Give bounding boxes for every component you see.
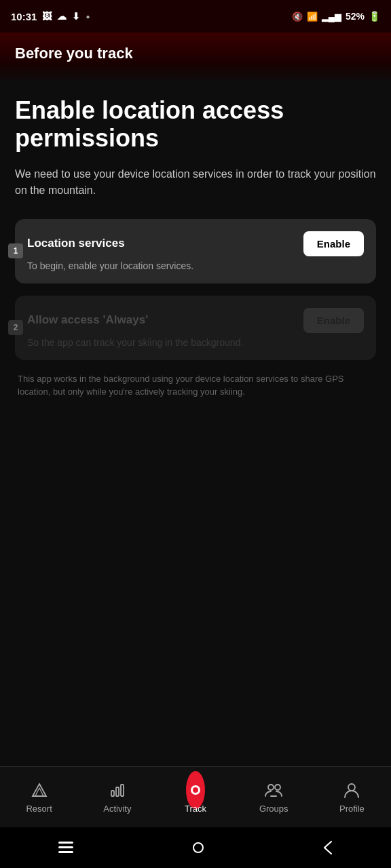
card-1-title: Location services [27,237,303,250]
back-button[interactable] [323,840,333,855]
dot-icon: ● [86,13,90,20]
svg-marker-0 [33,784,46,796]
enable-description: We need to use your device location serv… [15,166,376,199]
svg-rect-12 [58,851,73,853]
groups-label: Groups [259,804,288,814]
header-title: Before you track [15,45,376,62]
wifi-icon: 📶 [307,12,318,22]
nav-item-profile[interactable]: Profile [313,781,391,814]
nav-item-groups[interactable]: Groups [235,781,313,814]
signal-icon: ▂▄▆ [322,12,341,22]
enable-title: Enable location access permissions [15,96,376,153]
nav-item-track[interactable]: Track [156,781,234,814]
location-services-card: 1 Location services Enable To begin, ena… [15,219,376,283]
card-1-subtitle: To begin, enable your location services. [27,260,364,271]
groups-icon [264,781,283,800]
header: Before you track [0,33,391,83]
status-right-icons: 🔇 📶 ▂▄▆ 52% 🔋 [292,11,380,22]
svg-rect-3 [116,787,119,796]
card-2-subtitle: So the app can track your skiing in the … [27,337,364,348]
resort-icon [30,781,49,800]
track-label: Track [185,804,206,814]
enable-location-button[interactable]: Enable [303,231,364,256]
svg-rect-10 [58,842,73,844]
download-icon: ⬇ [72,11,80,22]
card-2-header: Allow access 'Always' Enable [27,308,364,333]
svg-rect-4 [121,785,124,796]
enable-always-button: Enable [303,308,364,333]
activity-icon [108,781,127,800]
footer-note: This app works in the background using y… [15,372,376,399]
battery-display: 52% [346,11,365,22]
menu-button[interactable] [58,842,73,854]
step-1-badge: 1 [8,243,23,258]
mute-icon: 🔇 [292,12,303,22]
profile-icon [342,781,361,800]
svg-rect-2 [111,791,114,796]
step-2-badge: 2 [8,320,23,335]
allow-always-card: 2 Allow access 'Always' Enable So the ap… [15,296,376,360]
home-button[interactable] [191,840,206,855]
resort-label: Resort [26,804,52,814]
bottom-nav: Resort Activity Track [0,766,391,827]
svg-point-7 [268,785,274,790]
track-icon [186,781,205,800]
time-display: 10:31 [11,11,37,22]
activity-label: Activity [103,804,131,814]
svg-point-9 [348,784,355,791]
nav-item-resort[interactable]: Resort [0,781,78,814]
nav-item-activity[interactable]: Activity [78,781,156,814]
profile-label: Profile [339,804,365,814]
status-bar: 10:31 🖼 ☁ ⬇ ● 🔇 📶 ▂▄▆ 52% 🔋 [0,0,391,33]
main-content: Enable location access permissions We ne… [0,83,391,412]
svg-rect-11 [58,846,73,848]
status-time: 10:31 🖼 ☁ ⬇ ● [11,11,90,22]
android-nav [0,827,391,868]
svg-point-6 [193,787,198,793]
card-2-title: Allow access 'Always' [27,313,303,327]
svg-rect-13 [193,843,203,852]
svg-point-8 [275,785,280,790]
cloud-icon: ☁ [57,11,67,22]
photo-icon: 🖼 [42,11,52,22]
battery-icon: 🔋 [369,11,380,22]
card-1-header: Location services Enable [27,231,364,256]
